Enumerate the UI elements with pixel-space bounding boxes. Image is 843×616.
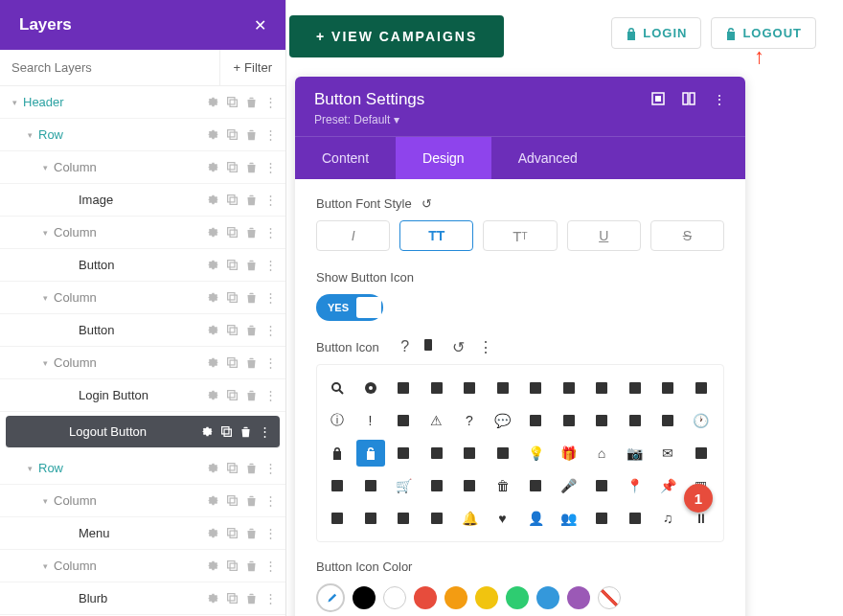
more-icon[interactable]: ⋮ — [262, 461, 278, 476]
caret-icon[interactable]: ▾ — [40, 561, 50, 571]
more-icon[interactable]: ⋮ — [262, 388, 278, 403]
gear-icon[interactable] — [205, 493, 220, 509]
more-icon[interactable]: ⋮ — [257, 424, 272, 440]
strikethrough-button[interactable]: S — [650, 220, 724, 251]
trash-icon[interactable] — [243, 591, 259, 606]
layer-row[interactable]: Button ⋮ — [0, 249, 285, 282]
user-icon[interactable]: 👤 — [521, 505, 550, 532]
reset-icon[interactable]: ↺ — [450, 338, 467, 356]
duplicate-icon[interactable] — [224, 193, 239, 208]
more-icon[interactable]: ⋮ — [262, 193, 278, 208]
more-icon[interactable]: ⋮ — [262, 591, 278, 606]
duplicate-icon[interactable] — [224, 461, 239, 476]
close-icon[interactable]: ✕ — [254, 16, 266, 34]
filter-button[interactable]: + Filter — [219, 50, 285, 86]
menu-icon[interactable] — [422, 375, 451, 401]
eject-icon[interactable] — [687, 440, 716, 467]
more-icon[interactable]: ⋮ — [262, 559, 278, 574]
layer-row[interactable]: Login Button ⋮ — [0, 379, 285, 412]
folder-icon[interactable] — [555, 375, 583, 401]
mute-icon[interactable] — [555, 407, 583, 434]
tab-design[interactable]: Design — [396, 137, 491, 179]
gear-icon[interactable] — [205, 388, 220, 403]
trash-icon[interactable] — [243, 160, 259, 175]
caret-icon[interactable]: ▾ — [40, 228, 50, 238]
clip-icon[interactable] — [356, 472, 385, 499]
gear-icon[interactable] — [205, 258, 220, 273]
color-swatch[interactable] — [353, 586, 376, 609]
layer-row[interactable]: ▾Column ⋮ — [0, 347, 285, 379]
caret-icon[interactable]: ▾ — [40, 358, 50, 368]
layer-row[interactable]: ▾Row ⋮ — [0, 119, 285, 151]
down-sq-icon[interactable] — [687, 375, 716, 401]
reset-icon[interactable]: ↺ — [422, 196, 432, 211]
duplicate-icon[interactable] — [224, 160, 239, 175]
duplicate-icon[interactable] — [224, 225, 239, 240]
disc-icon[interactable] — [356, 375, 385, 401]
trash-icon[interactable]: 🗑 — [489, 472, 517, 499]
pin2-icon[interactable]: 📌 — [653, 472, 682, 499]
login-button[interactable]: LOGIN — [611, 17, 701, 49]
mailcloud-icon[interactable] — [422, 440, 451, 467]
contacts-icon[interactable] — [422, 505, 451, 532]
trash-icon[interactable] — [243, 258, 259, 273]
mic-icon[interactable]: 🎤 — [555, 472, 583, 499]
excl2-icon[interactable] — [389, 407, 418, 434]
trash-icon[interactable] — [243, 355, 259, 371]
duplicate-icon[interactable] — [224, 258, 239, 273]
tag2-icon[interactable] — [455, 472, 484, 499]
more-icon[interactable]: ⋮ — [262, 290, 278, 306]
clouddn-icon[interactable] — [489, 440, 517, 467]
lock-icon[interactable] — [323, 440, 352, 467]
case-icon[interactable] — [356, 505, 385, 532]
doc3-icon[interactable] — [489, 375, 517, 401]
gear-icon[interactable] — [205, 323, 220, 338]
gear-icon[interactable] — [205, 225, 220, 240]
color-swatch[interactable] — [414, 586, 437, 609]
pic-icon[interactable] — [323, 505, 352, 532]
gear-icon[interactable] — [205, 127, 220, 143]
columns-icon[interactable] — [682, 92, 695, 107]
layer-row[interactable]: Menu ⋮ — [0, 517, 285, 550]
search-icon[interactable] — [323, 375, 352, 401]
more-icon[interactable]: ⋮ — [262, 127, 278, 143]
more-icon[interactable]: ⋮ — [262, 493, 278, 509]
caret-icon[interactable]: ▾ — [25, 130, 34, 140]
gear-icon[interactable] — [205, 526, 220, 541]
trash-icon[interactable] — [243, 323, 259, 338]
duplicate-icon[interactable] — [224, 526, 239, 541]
doc-icon[interactable] — [389, 375, 418, 401]
grid2-icon[interactable] — [621, 505, 649, 532]
underline-button[interactable]: U — [567, 220, 641, 251]
layer-row[interactable]: ▾Column ⋮ — [0, 550, 285, 582]
plus-sq-icon[interactable] — [621, 375, 649, 401]
help-icon[interactable]: ? — [397, 338, 414, 356]
color-swatch[interactable] — [444, 586, 467, 609]
layer-row[interactable]: ▾Header ⋮ — [0, 86, 285, 119]
warn-icon[interactable]: ⚠ — [422, 407, 451, 434]
caret-icon[interactable]: ▾ — [40, 496, 50, 506]
layer-row[interactable]: Logout Button ⋮ — [6, 416, 280, 448]
italic-button[interactable]: I — [316, 220, 390, 251]
trash-icon[interactable] — [243, 290, 259, 306]
cursor-icon[interactable] — [521, 472, 550, 499]
mail-icon[interactable]: ✉ — [653, 440, 682, 467]
doc2-icon[interactable] — [455, 375, 484, 401]
search-layers-input[interactable] — [0, 60, 219, 75]
trash-icon[interactable] — [243, 526, 259, 541]
trash-icon[interactable] — [243, 388, 259, 403]
no-color-swatch[interactable] — [598, 586, 621, 609]
color-swatch[interactable] — [383, 586, 406, 609]
layer-row[interactable]: ▾Column ⋮ — [0, 282, 285, 314]
smallcaps-button[interactable]: TT — [483, 220, 557, 251]
compass-icon[interactable] — [587, 472, 616, 499]
duplicate-icon[interactable] — [224, 323, 239, 338]
help-icon[interactable]: ? — [455, 407, 484, 434]
more-icon[interactable]: ⋮ — [262, 95, 278, 110]
duplicate-icon[interactable] — [224, 355, 239, 371]
users-icon[interactable]: 👥 — [555, 505, 583, 532]
vol2-icon[interactable] — [621, 407, 649, 434]
layer-row[interactable]: ▾Column ⋮ — [0, 217, 285, 249]
chat2-icon[interactable] — [521, 407, 550, 434]
gear-icon[interactable] — [205, 559, 220, 574]
